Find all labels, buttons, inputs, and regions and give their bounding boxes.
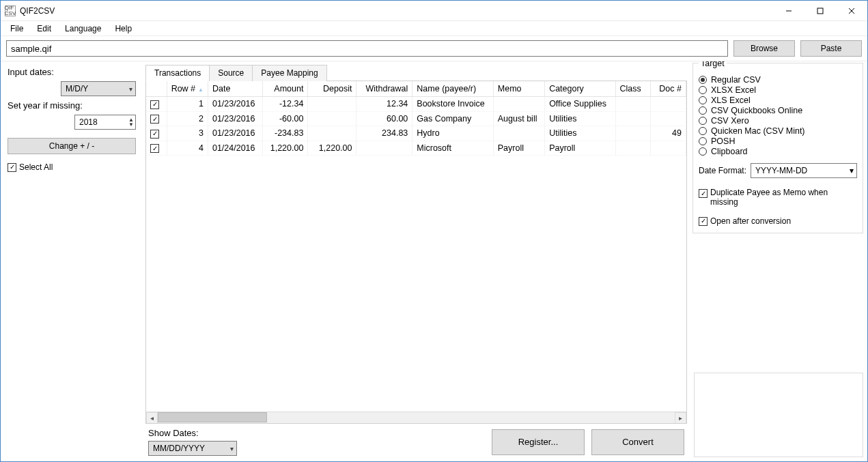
main-area: Input dates: M/D/Y ▾ Set year if missing… bbox=[1, 61, 867, 461]
paste-button[interactable]: Paste bbox=[800, 40, 862, 57]
radio-icon bbox=[699, 76, 707, 84]
cell-doc: 49 bbox=[651, 126, 686, 141]
set-year-value: 2018 bbox=[79, 117, 98, 127]
target-option-label: XLS Excel bbox=[711, 96, 751, 105]
target-option[interactable]: Quicken Mac (CSV Mint) bbox=[699, 126, 857, 136]
date-format-combo[interactable]: YYYY-MM-DD ▾ bbox=[751, 163, 857, 178]
dup-payee-label: Duplicate Payee as Memo when missing bbox=[710, 188, 847, 207]
open-after-checkbox[interactable]: ✓ Open after conversion bbox=[699, 216, 857, 226]
row-checkbox[interactable]: ✓ bbox=[150, 100, 159, 109]
table-row[interactable]: ✓101/23/2016-12.3412.34Bookstore Invoice… bbox=[146, 97, 686, 112]
svg-rect-1 bbox=[817, 8, 823, 14]
target-option[interactable]: Clipboard bbox=[699, 147, 857, 156]
cell-deposit: 1,220.00 bbox=[308, 141, 356, 156]
cell-amount: -234.83 bbox=[262, 126, 308, 141]
target-option-label: XLSX Excel bbox=[711, 85, 756, 95]
table-row[interactable]: ✓301/23/2016-234.83234.83HydroUtilities4… bbox=[146, 126, 686, 141]
cell-withdrawal: 12.34 bbox=[356, 97, 412, 112]
col-rownum[interactable]: Row #▲ bbox=[167, 81, 208, 97]
horizontal-scrollbar[interactable]: ◂ ▸ bbox=[146, 412, 686, 423]
scroll-left-icon[interactable]: ◂ bbox=[146, 412, 158, 424]
target-option[interactable]: XLS Excel bbox=[699, 96, 857, 105]
cell-category: Payroll bbox=[545, 141, 615, 156]
file-path-input[interactable] bbox=[6, 40, 728, 57]
cell-date: 01/23/2016 bbox=[208, 97, 262, 112]
chevron-down-icon: ▾ bbox=[850, 166, 854, 175]
change-sign-button[interactable]: Change + / - bbox=[8, 138, 136, 154]
row-checkbox[interactable]: ✓ bbox=[150, 130, 159, 139]
cell-class bbox=[615, 97, 651, 112]
set-year-label: Set year if missing: bbox=[8, 100, 136, 111]
tab-payee-mapping[interactable]: Payee Mapping bbox=[252, 65, 326, 81]
col-amount[interactable]: Amount bbox=[262, 81, 308, 97]
menu-file[interactable]: File bbox=[3, 23, 30, 35]
open-after-label: Open after conversion bbox=[710, 216, 791, 226]
cell-withdrawal: 234.83 bbox=[356, 126, 412, 141]
table-header-row: Row #▲ Date Amount Deposit Withdrawal Na… bbox=[146, 81, 686, 97]
cell-date: 01/23/2016 bbox=[208, 111, 262, 126]
scroll-right-icon[interactable]: ▸ bbox=[675, 412, 686, 424]
checkbox-icon: ✓ bbox=[8, 163, 16, 172]
row-checkbox[interactable]: ✓ bbox=[150, 115, 159, 124]
cell-withdrawal bbox=[356, 141, 412, 156]
target-option[interactable]: POSH bbox=[699, 136, 857, 146]
col-name[interactable]: Name (payee/r) bbox=[412, 81, 493, 97]
target-option[interactable]: XLSX Excel bbox=[699, 85, 857, 95]
col-doc[interactable]: Doc # bbox=[651, 81, 686, 97]
col-deposit[interactable]: Deposit bbox=[308, 81, 356, 97]
select-all-checkbox[interactable]: ✓ Select All bbox=[8, 162, 136, 172]
target-option-label: POSH bbox=[711, 136, 735, 146]
cell-rownum: 1 bbox=[167, 97, 208, 112]
cell-name: Microsoft bbox=[412, 141, 493, 156]
register-button[interactable]: Register... bbox=[492, 429, 585, 455]
show-dates-combo[interactable]: MM/DD/YYYY ▾ bbox=[148, 441, 237, 456]
col-category[interactable]: Category bbox=[545, 81, 615, 97]
scroll-track[interactable] bbox=[158, 412, 675, 424]
menu-edit[interactable]: Edit bbox=[30, 23, 58, 35]
title-bar: QIF CSV QIF2CSV bbox=[1, 1, 867, 21]
col-class[interactable]: Class bbox=[615, 81, 651, 97]
target-option-label: Clipboard bbox=[711, 147, 748, 156]
minimize-button[interactable] bbox=[773, 1, 804, 21]
radio-icon bbox=[699, 137, 707, 145]
cell-deposit bbox=[308, 126, 356, 141]
show-dates-label: Show Dates: bbox=[148, 428, 237, 438]
maximize-button[interactable] bbox=[804, 1, 836, 21]
convert-button[interactable]: Convert bbox=[591, 429, 684, 455]
cell-doc bbox=[651, 141, 686, 156]
close-button[interactable] bbox=[836, 1, 867, 21]
scroll-thumb[interactable] bbox=[158, 412, 267, 422]
dup-payee-checkbox[interactable]: ✓ Duplicate Payee as Memo when missing bbox=[699, 188, 857, 207]
cell-class bbox=[615, 111, 651, 126]
tab-transactions[interactable]: Transactions bbox=[145, 65, 210, 81]
target-option-label: Regular CSV bbox=[711, 75, 761, 85]
menu-help[interactable]: Help bbox=[108, 23, 139, 35]
col-memo[interactable]: Memo bbox=[493, 81, 544, 97]
cell-amount: -12.34 bbox=[262, 97, 308, 112]
menu-language[interactable]: Language bbox=[58, 23, 108, 35]
spinner-arrows-icon[interactable]: ▲▼ bbox=[128, 117, 134, 127]
target-option-label: CSV Quickbooks Online bbox=[711, 106, 802, 115]
table-row[interactable]: ✓201/23/2016-60.0060.00Gas CompanyAugust… bbox=[146, 111, 686, 126]
col-date[interactable]: Date bbox=[208, 81, 262, 97]
date-format-value: YYYY-MM-DD bbox=[755, 166, 807, 175]
chevron-down-icon: ▾ bbox=[129, 85, 132, 93]
input-dates-label: Input dates: bbox=[8, 67, 136, 77]
table-row[interactable]: ✓401/24/20161,220.001,220.00MicrosoftPay… bbox=[146, 141, 686, 156]
browse-button[interactable]: Browse bbox=[733, 40, 795, 57]
set-year-spinner[interactable]: 2018 ▲▼ bbox=[74, 115, 136, 130]
col-withdrawal[interactable]: Withdrawal bbox=[356, 81, 412, 97]
target-option[interactable]: Regular CSV bbox=[699, 75, 857, 85]
input-dates-combo[interactable]: M/D/Y ▾ bbox=[61, 81, 136, 96]
target-option[interactable]: CSV Xero bbox=[699, 116, 857, 126]
target-option[interactable]: CSV Quickbooks Online bbox=[699, 106, 857, 115]
right-panel: Target Regular CSVXLSX ExcelXLS ExcelCSV… bbox=[690, 61, 867, 461]
app-icon: QIF CSV bbox=[5, 5, 16, 16]
col-check[interactable] bbox=[146, 81, 167, 97]
show-dates-value: MM/DD/YYYY bbox=[153, 444, 205, 453]
tab-source[interactable]: Source bbox=[209, 65, 253, 81]
row-checkbox[interactable]: ✓ bbox=[150, 144, 159, 153]
cell-category: Utilities bbox=[545, 111, 615, 126]
transactions-table-wrap: Row #▲ Date Amount Deposit Withdrawal Na… bbox=[145, 81, 687, 424]
cell-amount: -60.00 bbox=[262, 111, 308, 126]
